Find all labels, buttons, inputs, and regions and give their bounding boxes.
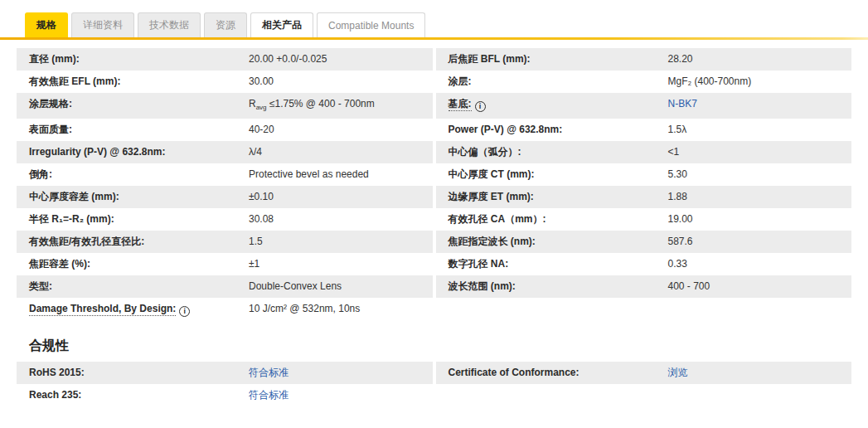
spec-row: 直径 (mm): 20.00 +0.0/-0.025 后焦距 BFL (mm):… xyxy=(17,48,851,71)
compliance-heading: 合规性 xyxy=(29,338,851,355)
tab-bar: 规格 详细资料 技术数据 资源 相关产品 Compatible Mounts xyxy=(0,0,868,40)
spec-value: 19.00 xyxy=(656,208,852,231)
tab-underline xyxy=(0,37,868,40)
tab-details[interactable]: 详细资料 xyxy=(71,12,134,37)
compliance-value xyxy=(656,384,852,406)
spec-value: ±1 xyxy=(236,253,433,275)
spec-value: ±0.10 xyxy=(236,186,433,208)
spec-value: 28.20 xyxy=(656,48,852,71)
spec-row: 有效焦距/有效孔径直径比: 1.5 焦距指定波长 (nm): 587.6 xyxy=(17,231,851,253)
spec-value: MgF₂ (400-700nm) xyxy=(656,71,852,93)
tab-technical-data[interactable]: 技术数据 xyxy=(138,12,201,37)
spec-label: 数字孔径 NA: xyxy=(436,253,656,275)
spec-row: 类型: Double-Convex Lens 波长范围 (nm): 400 - … xyxy=(17,275,851,298)
spec-label: 波长范围 (nm): xyxy=(436,275,656,298)
spec-label: 中心厚度容差 (mm): xyxy=(17,186,236,208)
spec-row: 涂层规格: Ravg ≤1.75% @ 400 - 700nm 基底: N-BK… xyxy=(17,93,851,119)
spec-row: Damage Threshold, By Design: 10 J/cm² @ … xyxy=(17,298,851,323)
spec-value: 1.5 xyxy=(236,231,433,253)
tab-related-products[interactable]: 相关产品 xyxy=(250,12,313,37)
compliance-label: RoHS 2015: xyxy=(17,362,236,384)
spec-label: 焦距容差 (%): xyxy=(17,253,236,275)
spec-table: 直径 (mm): 20.00 +0.0/-0.025 后焦距 BFL (mm):… xyxy=(17,48,851,323)
spec-value: 587.6 xyxy=(656,231,852,253)
spec-row: 倒角: Protective bevel as needed 中心厚度 CT (… xyxy=(17,163,851,186)
spec-label-text: 基底: xyxy=(449,98,472,111)
spec-label: Power (P-V) @ 632.8nm: xyxy=(436,119,656,141)
tab-resources[interactable]: 资源 xyxy=(204,12,247,37)
spec-label: Damage Threshold, By Design: xyxy=(17,298,236,323)
spec-label: 表面质量: xyxy=(17,119,236,141)
spec-value: <1 xyxy=(656,141,852,163)
spec-label-text: Damage Threshold, By Design: xyxy=(29,303,176,316)
spec-label: 倒角: xyxy=(17,163,236,186)
spec-value xyxy=(656,298,852,323)
spec-value: Double-Convex Lens xyxy=(236,275,433,298)
spec-value: 1.88 xyxy=(656,186,852,208)
spec-label xyxy=(436,298,656,323)
spec-label: Irregularity (P-V) @ 632.8nm: xyxy=(17,141,236,163)
spec-row: 焦距容差 (%): ±1 数字孔径 NA: 0.33 xyxy=(17,253,851,275)
tab-compatible-mounts[interactable]: Compatible Mounts xyxy=(317,12,425,37)
spec-label: 有效焦距 EFL (mm): xyxy=(17,71,236,93)
spec-label: 类型: xyxy=(17,275,236,298)
spec-label: 直径 (mm): xyxy=(17,48,236,71)
spec-value: Ravg ≤1.75% @ 400 - 700nm xyxy=(236,93,433,119)
spec-row: 半径 R₁=-R₂ (mm): 30.08 有效孔径 CA（mm）: 19.00 xyxy=(17,208,851,231)
spec-row: 表面质量: 40-20 Power (P-V) @ 632.8nm: 1.5λ xyxy=(17,119,851,141)
spec-label: 基底: xyxy=(436,93,656,119)
spec-value: 400 - 700 xyxy=(656,275,852,298)
spec-value: 1.5λ xyxy=(656,119,852,141)
spec-value: 30.00 xyxy=(236,71,433,93)
certificate-view-link[interactable]: 浏览 xyxy=(668,367,688,378)
rohs-compliant-link[interactable]: 符合标准 xyxy=(249,367,289,378)
spec-label: 中心偏（弧分）: xyxy=(436,141,656,163)
spec-value: 20.00 +0.0/-0.025 xyxy=(236,48,433,71)
reach-compliant-link[interactable]: 符合标准 xyxy=(249,389,289,401)
spec-label: 半径 R₁=-R₂ (mm): xyxy=(17,208,236,231)
compliance-label: Reach 235: xyxy=(17,384,236,406)
compliance-label xyxy=(436,384,656,406)
spec-row: 中心厚度容差 (mm): ±0.10 边缘厚度 ET (mm): 1.88 xyxy=(17,186,851,208)
spec-label: 中心厚度 CT (mm): xyxy=(436,163,656,186)
compliance-row: Reach 235: 符合标准 xyxy=(17,384,851,406)
spec-label: 后焦距 BFL (mm): xyxy=(436,48,656,71)
spec-value: 10 J/cm² @ 532nm, 10ns xyxy=(236,298,433,323)
tab-specifications[interactable]: 规格 xyxy=(25,12,68,37)
spec-label: 涂层规格: xyxy=(17,93,236,119)
compliance-table: RoHS 2015: 符合标准 Certificate of Conforman… xyxy=(17,362,851,406)
substrate-link[interactable]: N-BK7 xyxy=(668,98,697,109)
spec-row: Irregularity (P-V) @ 632.8nm: λ/4 中心偏（弧分… xyxy=(17,141,851,163)
spec-value: λ/4 xyxy=(236,141,433,163)
spec-value: 5.30 xyxy=(656,163,852,186)
spec-label: 焦距指定波长 (nm): xyxy=(436,231,656,253)
spec-label: 边缘厚度 ET (mm): xyxy=(436,186,656,208)
info-icon[interactable] xyxy=(475,101,486,112)
spec-label: 有效焦距/有效孔径直径比: xyxy=(17,231,236,253)
spec-label: 有效孔径 CA（mm）: xyxy=(436,208,656,231)
spec-value: Protective bevel as needed xyxy=(236,163,433,186)
spec-row: 有效焦距 EFL (mm): 30.00 涂层: MgF₂ (400-700nm… xyxy=(17,71,851,93)
spec-value: 40-20 xyxy=(236,119,433,141)
compliance-row: RoHS 2015: 符合标准 Certificate of Conforman… xyxy=(17,362,851,384)
info-icon[interactable] xyxy=(179,306,190,317)
spec-value: 30.08 xyxy=(236,208,433,231)
compliance-label: Certificate of Conformance: xyxy=(436,362,656,384)
spec-value: 0.33 xyxy=(656,253,852,275)
spec-label: 涂层: xyxy=(436,71,656,93)
